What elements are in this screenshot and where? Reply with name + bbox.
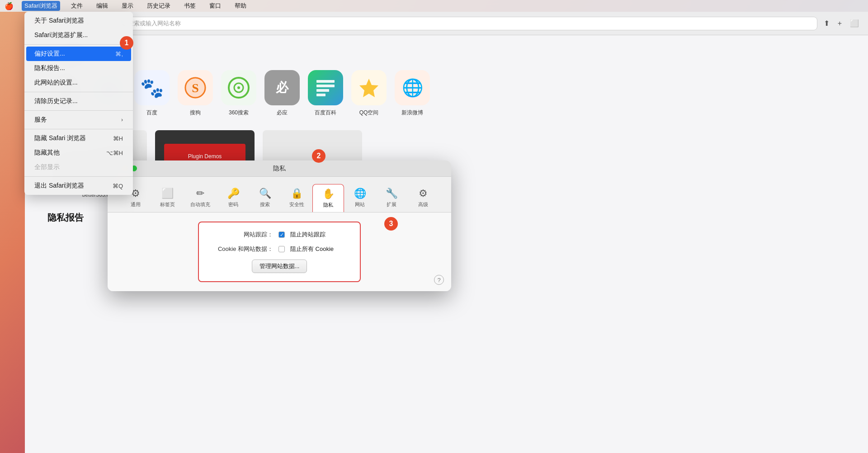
menubar-bookmarks[interactable]: 书签 [181,1,198,11]
address-bar[interactable]: 🔍 搜索或输入网站名称 [112,17,817,30]
favorite-qqspace[interactable]: QQ空间 [351,70,387,117]
prefs-tab-extensions[interactable]: 🔧 扩展 [376,184,407,212]
favorite-icon-weibo: 🌐 [395,70,430,105]
favorite-baidu[interactable]: 🐾 百度 [134,70,170,117]
menubar-safari[interactable]: Safari浏览器 [22,1,60,11]
qqspace-logo-icon [358,76,380,99]
svg-rect-6 [316,80,335,83]
prefs-tab-search-label: 搜索 [260,201,270,208]
prefs-tab-websites[interactable]: 🌐 网站 [344,184,376,212]
prefs-privacy-content: 网站跟踪： 阻止跨站跟踪 Cookie 和网站数据： 阻止所有 Cookie 管… [108,212,451,291]
show-tabs-button[interactable]: ⬜ [848,17,861,29]
menubar-help[interactable]: 帮助 [232,1,249,11]
menu-hide-others-shortcut: ⌥⌘H [106,150,123,156]
prefs-tab-general-label: 通用 [131,201,141,208]
menu-site-settings[interactable]: 此网站的设置... [26,76,131,90]
favorites-title: 个人收藏 [47,49,845,61]
favorites-grid: Apple iCloud [47,70,845,117]
favorite-icon-biying: 必 [264,70,300,105]
menubar-view[interactable]: 显示 [119,1,136,11]
menu-preferences-shortcut: ⌘, [115,51,123,57]
prefs-tab-security[interactable]: 🔒 安全性 [281,184,312,212]
baikebaike-logo-icon [314,76,337,99]
step-badge-2: 2 [312,149,326,163]
menu-hide-safari-shortcut: ⌘H [113,135,123,142]
tracking-checkbox[interactable] [278,231,285,238]
prefs-tab-security-label: 安全性 [289,201,304,208]
menu-safari-extensions[interactable]: Safari浏览器扩展... [26,28,131,42]
manage-website-data-button[interactable]: 管理网站数据... [252,260,307,273]
menubar-window[interactable]: 窗口 [207,1,224,11]
menu-hide-safari-label: 隐藏 Safari 浏览器 [34,134,86,142]
cookie-row: Cookie 和网站数据： 阻止所有 Cookie [210,245,349,253]
favorite-icon-baidu: 🐾 [134,70,170,105]
prefs-tab-privacy-label: 隐私 [323,202,333,208]
favorite-icon-qqspace [351,70,387,105]
menu-quit-safari[interactable]: 退出 Safari浏览器 ⌘Q [26,179,131,193]
svg-rect-8 [316,89,329,92]
prefs-tab-websites-icon: 🌐 [354,188,366,199]
prefs-tab-tabs-icon: ⬜ [161,188,174,199]
svg-text:S: S [192,81,199,95]
360-logo-icon [227,76,250,99]
menu-about-safari-label: 关于 Safari浏览器 [34,17,84,25]
manage-btn-container: 管理网站数据... [210,260,349,273]
prefs-tab-advanced[interactable]: ⚙ 高级 [407,184,439,212]
menubar-history[interactable]: 历史记录 [144,1,173,11]
new-tab-button[interactable]: + [836,18,844,29]
prefs-tab-advanced-icon: ⚙ [419,188,428,199]
menu-site-settings-label: 此网站的设置... [34,79,78,87]
prefs-tab-autofill[interactable]: ✏ 自动填充 [183,184,217,212]
menu-privacy-report-label: 隐私报告... [34,64,65,72]
menu-services[interactable]: 服务 › [26,113,131,127]
menu-services-label: 服务 [34,116,47,124]
menu-clear-history[interactable]: 清除历史记录... [26,94,131,109]
menu-privacy-report[interactable]: 隐私报告... [26,61,131,76]
menu-preferences[interactable]: 偏好设置... ⌘, [26,47,131,61]
prefs-tab-search-icon: 🔍 [259,188,271,199]
prefs-tab-tabs-label: 标签页 [160,201,175,208]
preferences-dialog: 隐私 ⚙ 通用 ⬜ 标签页 ✏ 自动填充 🔑 密码 🔍 搜索 🔒 安全性 ✋ [108,160,451,291]
tracking-label: 网站跟踪： [210,231,273,239]
prefs-tab-websites-label: 网站 [355,201,365,208]
favorite-biying[interactable]: 必 必应 [264,70,300,117]
menu-show-all-label: 全部显示 [34,163,60,171]
favorite-sogou[interactable]: S 搜狗 [178,70,213,117]
cookie-checkbox[interactable] [278,246,285,252]
menubar-file[interactable]: 文件 [68,1,85,11]
safari-dropdown-menu: 关于 Safari浏览器 Safari浏览器扩展... 偏好设置... ⌘, 隐… [24,12,133,195]
svg-rect-7 [316,85,335,87]
prefs-tab-privacy-icon: ✋ [322,188,335,200]
apple-menu-icon[interactable]: 🍎 [5,2,14,10]
prefs-tab-autofill-icon: ✏ [196,188,204,199]
menu-safari-extensions-label: Safari浏览器扩展... [34,31,88,39]
favorite-label-baikebaike: 百度百科 [315,109,336,117]
menu-separator-3 [24,110,133,111]
menu-hide-others[interactable]: 隐藏其他 ⌥⌘H [26,146,131,160]
menu-preferences-label: 偏好设置... [34,50,65,58]
prefs-tab-passwords-icon: 🔑 [227,188,240,199]
prefs-title: 隐私 [273,165,286,173]
prefs-tab-search[interactable]: 🔍 搜索 [249,184,281,212]
prefs-tab-extensions-label: 扩展 [387,201,396,208]
svg-rect-9 [316,94,326,96]
share-button[interactable]: ⬆ [822,17,831,29]
menu-hide-others-label: 隐藏其他 [34,149,60,157]
cookie-option-text: 阻止所有 Cookie [290,245,334,253]
prefs-tab-passwords[interactable]: 🔑 密码 [217,184,249,212]
step-badge-1: 1 [120,36,133,50]
menu-hide-safari[interactable]: 隐藏 Safari 浏览器 ⌘H [26,131,131,146]
prefs-tab-tabs[interactable]: ⬜ 标签页 [151,184,183,212]
help-button[interactable]: ? [434,275,444,285]
prefs-tab-privacy[interactable]: ✋ 隐私 [312,184,344,212]
favorite-icon-360 [221,70,256,105]
favorite-baikebaike[interactable]: 百度百科 [308,70,343,117]
browser-toolbar: ‹ › 🔍 搜索或输入网站名称 ⬆ + ⬜ [25,12,868,35]
favorite-label-weibo: 新浪微博 [401,109,423,117]
menubar: 🍎 Safari浏览器 文件 编辑 显示 历史记录 书签 窗口 帮助 [0,0,868,12]
menubar-edit[interactable]: 编辑 [94,1,111,11]
favorite-label-qqspace: QQ空间 [359,109,379,117]
favorite-weibo[interactable]: 🌐 新浪微博 [395,70,430,117]
menu-about-safari[interactable]: 关于 Safari浏览器 [26,14,131,28]
favorite-360[interactable]: 360搜索 [221,70,256,117]
